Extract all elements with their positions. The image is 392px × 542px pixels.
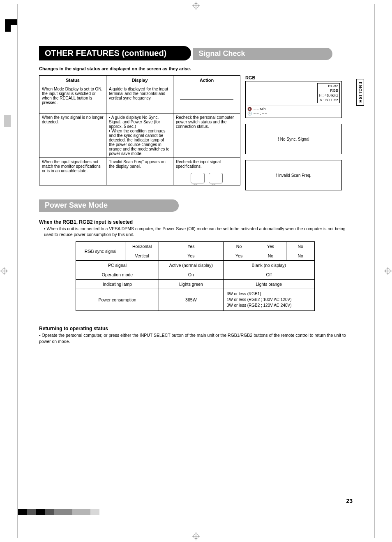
cell: On (159, 270, 224, 280)
power-save-subheading-1: When the RGB1, RGB2 input is selected (39, 219, 351, 225)
power-off-line: 3W or less (RGB1) (227, 291, 311, 297)
table-row: When the input signal does not match the… (39, 158, 240, 185)
registration-mark-right (384, 267, 392, 275)
cell: Active (normal display) (159, 261, 224, 270)
cell: Blank (no display) (223, 261, 314, 270)
table-row: When the sync signal is no longer detect… (39, 113, 240, 158)
cell: Lights orange (223, 280, 314, 289)
power-off-line: 1W or less (RGB2 ; 100V AC 120V) (227, 297, 311, 303)
status-cell: When the sync signal is no longer detect… (39, 113, 106, 158)
registration-mark-left (0, 267, 8, 275)
language-tab: ENGLISH (356, 79, 364, 106)
sync-v-label: Vertical (125, 251, 159, 261)
osd-line: RGB (319, 88, 338, 93)
status-cell: When Mode Display is set to ON, the inpu… (39, 85, 106, 113)
status-cell: When the input signal does not match the… (39, 158, 106, 185)
cell: No (286, 242, 315, 251)
action-cell (173, 85, 240, 113)
clock-icon: 🕒 (247, 111, 252, 116)
action-cell: Recheck the personal computer power swit… (173, 113, 240, 158)
osd-preview-box: RGB2 RGB H : 48.4kHz V : 60.1 Hz 🔇 – – M… (245, 81, 342, 118)
display-cell: • A guide displays No Sync. Signal, and … (106, 113, 173, 158)
osd-message-nosync: ! No Sync. Signal (245, 124, 342, 154)
power-off-cell: 3W or less (RGB1) 1W or less (RGB2 ; 100… (223, 289, 314, 311)
osd-line: V : 60.1 Hz (319, 98, 338, 102)
action-cell: Recheck the input signal specifications. (173, 158, 240, 185)
display-cell: A guide is displayed for the input termi… (106, 85, 173, 113)
side-label-rgb: RGB (245, 75, 342, 80)
cell: Yes (159, 242, 224, 251)
cell: Yes (223, 251, 255, 261)
col-header-display: Display (106, 76, 173, 85)
osd-line: H : 48.4kHz (319, 93, 338, 98)
footer-color-bars (18, 509, 99, 515)
cell: No (255, 251, 286, 261)
cell: Lights green (159, 280, 224, 289)
table-row: When Mode Display is set to ON, the inpu… (39, 85, 240, 113)
crop-line-right (374, 4, 375, 538)
row-label-lamp: Indicating lamp (76, 280, 159, 289)
osd-bottom-text: – – : – – (254, 111, 267, 116)
cell: No (223, 242, 255, 251)
page-title-pill: OTHER FEATURES (continued) (39, 46, 191, 60)
registration-mark-top (192, 2, 200, 10)
monitor-icon (191, 173, 205, 183)
signal-check-intro: Changes in the signal status are display… (39, 66, 351, 71)
decorative-gray-block (4, 115, 11, 127)
sync-h-label: Horizontal (125, 242, 159, 251)
col-header-action: Action (173, 76, 240, 85)
section-heading-power-save: Power Save Mode (39, 199, 179, 212)
row-label-pc-signal: PC signal (76, 261, 159, 270)
crop-line-left (17, 4, 18, 538)
cell: Yes (159, 251, 224, 261)
osd-message-invalid: ! Invalid Scan Freq. (245, 160, 342, 190)
display-cell: "Invalid Scan Freq" appears on the displ… (106, 158, 173, 185)
col-header-status: Status (39, 76, 106, 85)
action-text: Recheck the input signal specifications. (176, 160, 238, 169)
speaker-icon: 🔇 (247, 107, 252, 111)
power-save-note: When this unit is connected to a VESA DP… (44, 226, 351, 237)
returning-status-heading: Returning to operating status (39, 326, 351, 331)
crop-mark-top-left (5, 19, 17, 25)
cell: Yes (255, 242, 286, 251)
signal-check-table: Status Display Action When Mode Display … (39, 75, 240, 185)
horizontal-line-icon (180, 99, 233, 100)
cell: No (286, 251, 315, 261)
returning-status-text: Operate the personal computer, or press … (39, 332, 351, 344)
osd-info-block: RGB2 RGB H : 48.4kHz V : 60.1 Hz (317, 83, 340, 103)
registration-mark-bottom (192, 532, 200, 540)
monitor-icon (209, 173, 223, 183)
osd-bottom-text: – – Min. (254, 107, 267, 111)
page-number: 23 (346, 498, 353, 504)
section-heading-signal-check: Signal Check (193, 48, 332, 60)
power-off-line: 3W or less (RGB2 ; 120V AC 240V) (227, 303, 311, 308)
row-label-sync: RGB sync signal (76, 242, 125, 261)
row-label-op-mode: Operation mode (76, 270, 159, 280)
power-save-table: RGB sync signal Horizontal Yes No Yes No… (76, 241, 315, 311)
row-label-power: Power consumption (76, 289, 159, 311)
cell: Off (223, 270, 314, 280)
osd-line: RGB2 (319, 84, 338, 88)
cell: 365W (159, 289, 224, 311)
